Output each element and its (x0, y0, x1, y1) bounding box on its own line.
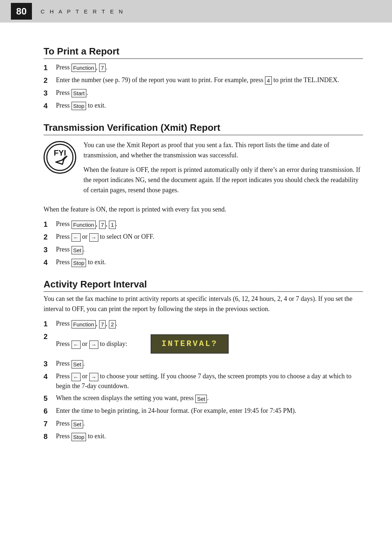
section3-para1: You can set the fax machine to print act… (44, 294, 363, 314)
key-2: 2 (109, 320, 115, 329)
page-number: 80 (11, 3, 32, 20)
chapter-label: C H A P T E R T E N (41, 8, 124, 15)
step-2-3: 3 Press Set. (44, 245, 363, 255)
step-num: 1 (44, 62, 54, 73)
fyi-block: FYI You can use the Xmit Report as proof… (44, 140, 363, 200)
step-num: 1 (44, 318, 54, 329)
step-content: Enter the number (see p. 79) of the repo… (56, 75, 363, 85)
fyi-icon: FYI (44, 141, 76, 174)
left-arrow-key: ← (72, 373, 81, 381)
stop-key: Stop (72, 433, 86, 441)
key-4: 4 (265, 76, 271, 85)
step-3-4: 4 Press ← or → to choose your setting. I… (44, 371, 363, 391)
step-num: 3 (44, 244, 54, 255)
section1-steps: 1 Press Function, 7. 2 Enter the number … (44, 63, 363, 111)
step-num: 8 (44, 431, 54, 442)
section2-title: Transmission Verification (Xmit) Report (44, 122, 363, 135)
section-activity-report: Activity Report Interval You can set the… (44, 279, 363, 442)
left-arrow-key: ← (72, 233, 81, 242)
step-content: Press Function, 7, 2. (56, 319, 363, 329)
step-content: Press ← or → to display: INTERVAL? (56, 331, 363, 356)
section1-title: To Print a Report (44, 46, 363, 59)
key-7: 7 (99, 320, 106, 329)
left-arrow-key: ← (72, 341, 81, 349)
step-content: Press Function, 7, 1. (56, 219, 363, 229)
key-7: 7 (99, 64, 106, 72)
section2-para2: When the feature is OFF, the report is p… (83, 165, 363, 196)
step-3-2: 2 Press ← or → to display: INTERVAL? (44, 331, 363, 356)
set-key: Set (72, 420, 83, 428)
section2-para3: When the feature is ON, the report is pr… (44, 205, 363, 215)
step-content: Press Stop to exit. (56, 257, 363, 267)
step-content: Press Stop to exit. (56, 431, 363, 441)
step-num: 2 (44, 331, 54, 342)
stop-key: Stop (72, 259, 86, 267)
step-2-1: 1 Press Function, 7, 1. (44, 219, 363, 230)
step-2-4: 4 Press Stop to exit. (44, 257, 363, 268)
step-num: 2 (44, 231, 54, 242)
start-key: Start (72, 89, 87, 97)
step-3-5: 5 When the screen displays the setting y… (44, 393, 363, 404)
step-content: When the screen displays the setting you… (56, 393, 363, 403)
function-key: Function (72, 320, 96, 329)
step-num: 4 (44, 257, 54, 268)
set-key: Set (72, 360, 83, 368)
main-content: To Print a Report 1 Press Function, 7. 2… (0, 23, 392, 460)
step-1-3: 3 Press Start. (44, 88, 363, 98)
step-num: 5 (44, 393, 54, 404)
set-key: Set (195, 395, 207, 403)
fyi-text: You can use the Xmit Report as proof tha… (83, 140, 363, 200)
step-1-1: 1 Press Function, 7. (44, 63, 363, 73)
section2-para1: You can use the Xmit Report as proof tha… (83, 140, 363, 161)
right-arrow-key: → (89, 233, 98, 242)
step-content: Press Function, 7. (56, 63, 363, 72)
step-content: Enter the time to begin printing, in 24-… (56, 406, 363, 416)
section2-steps: 1 Press Function, 7, 1. 2 Press ← or → t… (44, 219, 363, 268)
step-2-2: 2 Press ← or → to select ON or OFF. (44, 232, 363, 242)
section3-title: Activity Report Interval (44, 279, 363, 292)
step-3-3: 3 Press Set. (44, 359, 363, 369)
step-3-1: 1 Press Function, 7, 2. (44, 319, 363, 329)
svg-line-4 (56, 162, 62, 164)
set-key: Set (72, 246, 83, 254)
step-1-4: 4 Press Stop to exit. (44, 101, 363, 111)
section-print-report: To Print a Report 1 Press Function, 7. 2… (44, 46, 363, 111)
function-key: Function (72, 221, 96, 229)
fyi-svg: FYI (46, 143, 74, 172)
step-content: Press ← or → to choose your setting. If … (56, 371, 363, 391)
step-num: 4 (44, 100, 54, 111)
step-num: 3 (44, 358, 54, 369)
step-num: 4 (44, 371, 54, 382)
stop-key: Stop (72, 102, 86, 110)
step-1-2: 2 Enter the number (see p. 79) of the re… (44, 75, 363, 86)
key-7: 7 (99, 221, 106, 229)
step-num: 6 (44, 406, 54, 416)
step-num: 3 (44, 88, 54, 98)
page-header: 80 C H A P T E R T E N (0, 0, 392, 23)
right-arrow-key: → (89, 373, 98, 381)
step-3-6: 6 Enter the time to begin printing, in 2… (44, 406, 363, 416)
section3-steps: 1 Press Function, 7, 2. 2 Press ← or → t… (44, 319, 363, 442)
step-3-8: 8 Press Stop to exit. (44, 431, 363, 442)
step-content: Press Start. (56, 88, 363, 98)
step-num: 1 (44, 219, 54, 230)
step-3-7: 7 Press Set. (44, 419, 363, 429)
step-content: Press Set. (56, 245, 363, 254)
step-content: Press Set. (56, 419, 363, 428)
key-1: 1 (109, 221, 115, 229)
section-xmit-report: Transmission Verification (Xmit) Report … (44, 122, 363, 268)
step-num: 7 (44, 418, 54, 429)
svg-text:FYI: FYI (54, 148, 66, 157)
step-content: Press Set. (56, 359, 363, 368)
step-content: Press Stop to exit. (56, 101, 363, 110)
step-num: 2 (44, 75, 54, 86)
function-key: Function (72, 64, 96, 72)
step-content: Press ← or → to select ON or OFF. (56, 232, 363, 242)
right-arrow-key: → (89, 341, 98, 349)
lcd-screen: INTERVAL? (151, 334, 229, 354)
